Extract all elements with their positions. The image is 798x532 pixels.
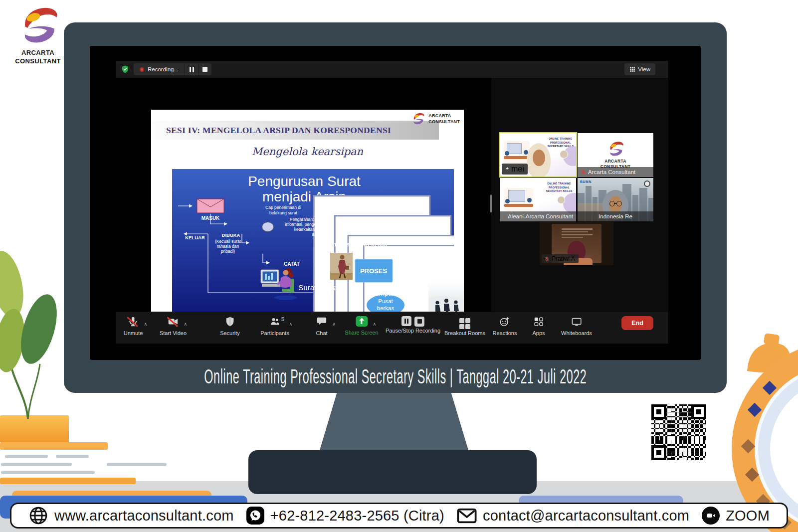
monitor-stand-base — [248, 450, 537, 494]
poster-title-line1: ONLINE TRAINING PROFESSIONAL — [547, 137, 574, 145]
website-text: www.arcartaconsultant.com — [54, 508, 234, 524]
email-item: contact@arcartaconsultant.com — [457, 508, 689, 524]
pause-icon[interactable] — [401, 316, 411, 326]
share-screen-button[interactable]: Share Screen — [345, 316, 378, 336]
video-tile-indonesia-re[interactable]: BUMN Indonesia Re — [578, 178, 653, 221]
qr-finder — [651, 404, 666, 419]
zoom-topbar: Recording... View — [116, 61, 668, 78]
email-text: contact@arcartaconsultant.com — [483, 508, 689, 524]
view-label: View — [638, 66, 650, 72]
book-spine — [0, 478, 136, 484]
whatsapp-icon — [246, 507, 264, 525]
grid-view-icon — [629, 66, 635, 72]
security-button[interactable]: Security — [220, 316, 240, 336]
participant-name-badge: Indonesia Re — [578, 211, 653, 221]
platform-item: ZOOM — [702, 507, 770, 525]
chevron-up-icon[interactable] — [289, 319, 292, 328]
video-tile-mei[interactable]: ONLINE TRAINING PROFESSIONAL SECRETARY S… — [499, 132, 577, 177]
svg-text:keterkaitan dengan: keterkaitan dengan — [294, 227, 331, 232]
start-video-button[interactable]: Start Video — [160, 316, 187, 336]
end-meeting-button[interactable]: End — [621, 316, 653, 330]
stop-recording-button[interactable] — [198, 63, 211, 75]
chevron-up-icon[interactable] — [373, 319, 376, 328]
screen-share-area: SESI IV: MENGELOLA ARSIP DAN KORESPONDEN… — [116, 78, 491, 312]
stop-icon[interactable] — [414, 317, 424, 327]
encryption-shield-icon — [121, 65, 130, 74]
muted-mic-icon — [544, 256, 550, 262]
svg-text:pribadi): pribadi) — [221, 249, 235, 254]
share-screen-icon — [356, 316, 368, 327]
phone-item: +62-812-2483-2565 (Citra) — [246, 507, 444, 525]
svg-text:MASUK: MASUK — [201, 215, 220, 221]
chevron-up-icon[interactable] — [144, 319, 147, 328]
svg-text:PROSES: PROSES — [360, 267, 388, 275]
smiley-plus-icon — [499, 316, 510, 327]
panel-resize-handle[interactable] — [490, 194, 492, 212]
paper-line — [107, 463, 167, 466]
svg-text:simpan: simpan — [374, 289, 396, 297]
svg-text:Surat Keluar: Surat Keluar — [298, 283, 340, 292]
apps-icon — [533, 316, 544, 327]
zoom-camera-icon — [702, 507, 720, 525]
monitor-screen: Recording... View SESI IV: MENGELOLA AR — [90, 46, 701, 360]
shield-icon — [224, 316, 235, 327]
recording-status: Recording... — [134, 63, 185, 75]
svg-text:Cap penerimaan di: Cap penerimaan di — [265, 205, 301, 210]
apps-button[interactable]: Apps — [532, 316, 545, 336]
svg-text:CATAT: CATAT — [284, 261, 300, 267]
recording-indicator: Recording... — [134, 63, 211, 75]
participant-name-badge: Arcarta Consultant — [578, 167, 653, 177]
pause-stop-recording-button[interactable]: Pause/Stop Recording — [386, 316, 440, 334]
arcarta-swoosh-icon — [15, 5, 61, 47]
breakout-grid-icon — [459, 318, 470, 329]
pause-recording-button[interactable] — [185, 63, 198, 75]
brand-name-line2: CONSULTANT — [7, 57, 69, 66]
plant-decoration — [0, 247, 62, 421]
svg-text:Pengurusan Surat: Pengurusan Surat — [248, 174, 361, 189]
slide-logo-line2: CONSULTANT — [428, 119, 460, 125]
video-tile-pratiwi[interactable]: Pratiwi A — [540, 222, 613, 265]
book-shelf — [0, 442, 108, 450]
whiteboards-button[interactable]: Whiteboards — [561, 316, 592, 336]
svg-text:DIBUKA: DIBUKA — [222, 232, 240, 238]
svg-text:DISTRIBUSI ke UNIT KERJA: DISTRIBUSI ke UNIT KERJA — [324, 242, 388, 247]
svg-text:(Kecuali surat: (Kecuali surat — [215, 239, 241, 244]
slide-subtitle: Mengelola kearsipan — [151, 146, 464, 158]
participant-name: Aleani-Arcarta Consultant — [508, 213, 573, 219]
chat-button[interactable]: Chat — [315, 316, 328, 336]
svg-text:rahasia dan: rahasia dan — [217, 244, 239, 249]
slide-logo: ARCARTA CONSULTANT — [410, 112, 460, 126]
paper-line — [5, 455, 48, 458]
brand-name-line1: ARCARTA — [7, 49, 69, 57]
recording-label: Recording... — [148, 66, 179, 72]
promo-canvas: ARCARTA CONSULTANT Recording... — [0, 0, 798, 532]
monitor-stand-neck — [319, 392, 469, 452]
arcarta-swoosh-icon — [410, 112, 425, 126]
globe-icon — [28, 506, 48, 526]
participants-icon — [269, 316, 281, 327]
participant-name-badge: Aleani-Arcarta Consultant — [500, 211, 576, 221]
event-caption-text: Online Training Professional Secretary S… — [204, 365, 587, 388]
participant-name: Arcarta Consultant — [588, 169, 635, 175]
qr-code — [646, 399, 711, 466]
view-button[interactable]: View — [624, 63, 655, 75]
company-logo-icon — [644, 180, 650, 187]
slide-title: SESI IV: MENGELOLA ARSIP DAN KORESPONDEN… — [151, 121, 391, 140]
participant-name-badge: mei — [502, 164, 528, 175]
video-tile-aleani[interactable]: ONLINE TRAINING PROFESSIONAL SECRETARY S… — [500, 178, 576, 221]
video-tile-arcarta[interactable]: ARCARTA CONSULTANT Arcarta Consultant — [578, 133, 653, 177]
reactions-button[interactable]: Reactions — [493, 316, 517, 336]
alarm-clock-decoration — [714, 329, 798, 532]
arcarta-swoosh-icon — [606, 141, 625, 158]
chat-icon — [316, 316, 327, 327]
participant-name: mei — [511, 165, 524, 174]
participants-button[interactable]: 5 Participants — [260, 316, 289, 336]
bumn-badge: BUMN — [580, 180, 592, 183]
participant-name: Indonesia Re — [598, 213, 632, 219]
chevron-up-icon[interactable] — [332, 319, 336, 328]
svg-text:KELUAR: KELUAR — [185, 235, 205, 240]
breakout-rooms-button[interactable]: Breakout Rooms — [444, 316, 485, 336]
svg-text:belakang surat: belakang surat — [269, 210, 297, 215]
unmute-button[interactable]: Unmute — [124, 316, 143, 336]
chevron-up-icon[interactable] — [184, 319, 187, 328]
